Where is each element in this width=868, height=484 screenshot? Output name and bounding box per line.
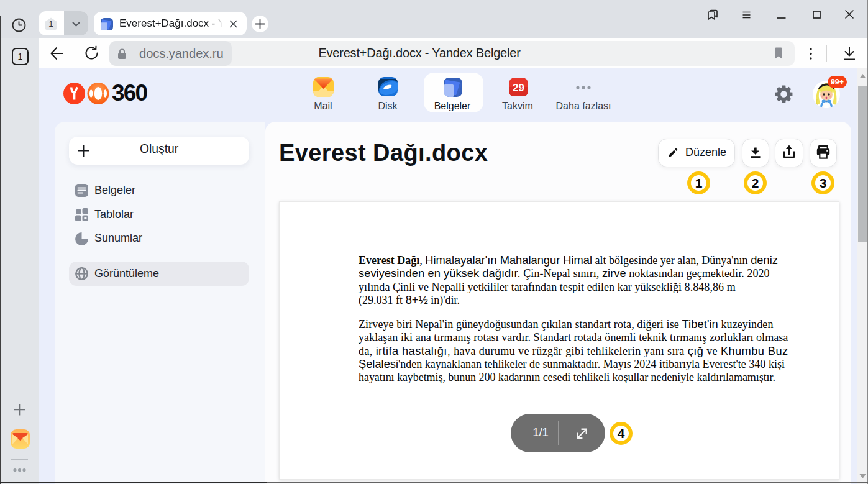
svg-text:29: 29 [513,82,524,94]
svg-text:1: 1 [48,19,53,29]
